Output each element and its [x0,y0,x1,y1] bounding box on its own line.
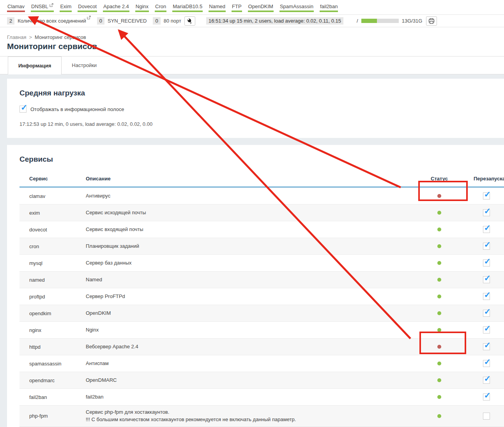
service-name: opendmarc [19,378,86,383]
php-fpm-restart-checkbox[interactable] [483,413,490,420]
service-status-cell [410,211,469,215]
print-button[interactable] [426,16,437,26]
service-row-nginx: nginxNginx [19,321,504,338]
service-restart-cell [469,326,504,333]
service-description: Nginx [86,326,410,334]
service-row-named: namedNamed [19,271,504,288]
topbar-link-apache-2.4[interactable]: Apache 2.4 [103,3,129,12]
breadcrumb-home[interactable]: Главная [7,34,26,40]
exim-status-dot [437,211,441,215]
show-in-infobar-checkbox-row[interactable]: Отображать в информационной полосе [19,106,504,113]
opendkim-restart-checkbox[interactable] [483,310,490,317]
service-restart-cell [469,393,504,401]
disk-mount-label: / [357,18,358,24]
service-description: Антивирус [86,192,410,200]
topbar-link-fail2ban[interactable]: fail2ban [320,3,338,12]
disk-usage-fill [361,19,377,23]
service-restart-cell [469,293,504,300]
httpd-restart-checkbox[interactable] [483,343,490,350]
topbar-link-ftp[interactable]: FTP [232,3,242,12]
service-name: opendkim [19,311,86,316]
topbar-link-dnsbl[interactable]: DNSBL [31,3,54,12]
service-description-line: Nginx [86,326,410,334]
service-description-line: !!! С большим количеством хостаккаунтов … [86,416,410,423]
proftpd-restart-checkbox[interactable] [483,293,490,300]
service-status-cell [410,414,469,418]
tab-настройки[interactable]: Настройки [62,56,107,74]
service-restart-cell [469,209,504,216]
service-description: OpenDMARC [86,377,410,384]
opendkim-status-dot [437,311,441,315]
service-description-line: OpenDKIM [86,310,410,317]
topbar-link-label: SpamAssassin [280,4,313,9]
topbar-link-label: DNSBL [31,4,48,9]
topbar-link-mariadb10.5[interactable]: MariaDB10.5 [172,3,203,12]
service-description-line: OpenDMARC [86,377,410,384]
service-name: httpd [19,344,86,350]
topbar-link-nginx[interactable]: Nginx [135,3,149,12]
fail2ban-restart-checkbox[interactable] [483,393,490,401]
nginx-restart-checkbox[interactable] [483,326,490,333]
service-status-cell [410,244,469,248]
services-table-header: Сервис Описание Статус Перезапуска [19,171,504,187]
exim-restart-checkbox[interactable] [483,209,490,216]
service-status-cell [410,194,469,198]
topbar-link-label: Nginx [136,4,149,9]
service-row-exim: eximСервис исходящей почты [19,204,504,221]
service-description: Сервис php-fpm для хостаккаунтов.!!! С б… [86,406,410,427]
service-description: Named [86,276,410,284]
service-description-line: Вебсервер Apache 2.4 [86,343,410,351]
service-restart-cell [469,226,504,233]
service-status-cell [410,311,469,315]
service-restart-cell [469,243,504,250]
service-links-bar: ClamavDNSBLEximDovecotApache 2.4NginxCro… [0,0,504,15]
proftpd-status-dot [437,295,441,298]
topbar-link-label: fail2ban [320,4,338,9]
cron-restart-checkbox[interactable] [483,243,490,250]
topbar-link-clamav[interactable]: Clamav [7,3,25,12]
clamav-restart-checkbox[interactable] [483,192,490,199]
service-row-fail2ban: fail2banfail2ban [19,388,504,405]
topbar-link-named[interactable]: Named [209,3,226,12]
topbar-link-label: Exim [60,4,71,9]
named-restart-checkbox[interactable] [483,276,490,283]
disk-usage-label: 13G/31G [402,18,423,24]
external-link-icon [50,3,53,7]
plug-button[interactable] [184,16,195,26]
topbar-link-spamassassin[interactable]: SpamAssassin [279,3,314,12]
topbar-link-exim[interactable]: Exim [60,3,72,12]
topbar-link-label: Dovecot [78,4,97,9]
topbar-link-opendkim[interactable]: OpenDKIM [248,3,274,12]
mysql-restart-checkbox[interactable] [483,259,490,266]
spamassassin-status-dot [437,362,441,365]
service-description-line: Антивирус [86,192,410,200]
opendmarc-restart-checkbox[interactable] [483,377,490,384]
breadcrumb-separator: > [29,34,32,40]
fail2ban-status-dot [437,395,441,399]
connections-link[interactable]: Количество всех соединений [18,18,91,24]
service-row-php-fpm: php-fpmСервис php-fpm для хостаккаунтов.… [19,405,504,427]
topbar-link-label: Apache 2.4 [103,4,129,9]
topbar-link-dovecot[interactable]: Dovecot [78,3,97,12]
show-in-infobar-checkbox[interactable] [19,106,27,113]
topbar-link-label: FTP [232,4,242,9]
service-row-httpd: httpdВебсервер Apache 2.4 [19,338,504,355]
dovecot-restart-checkbox[interactable] [483,226,490,233]
service-description: Вебсервер Apache 2.4 [86,343,410,351]
service-status-cell [410,328,469,332]
breadcrumb-current: Мониторинг сервисов [35,34,86,40]
topbar-link-cron[interactable]: Cron [155,3,166,12]
tab-информация[interactable]: Информация [8,56,62,74]
topbar-link-label: Cron [155,4,166,9]
service-row-opendkim: opendkimOpenDKIM [19,305,504,321]
service-status-cell [410,295,469,298]
spamassassin-restart-checkbox[interactable] [483,360,490,367]
service-restart-cell [469,343,504,350]
service-name: mysql [19,260,86,266]
service-description: Планировщик заданий [86,243,410,250]
service-status-cell [410,345,469,349]
printer-icon [428,18,435,24]
service-name: dovecot [19,227,86,233]
service-name: nginx [19,327,86,333]
content-area: Средняя нагрузка Отображать в информацио… [0,74,504,427]
